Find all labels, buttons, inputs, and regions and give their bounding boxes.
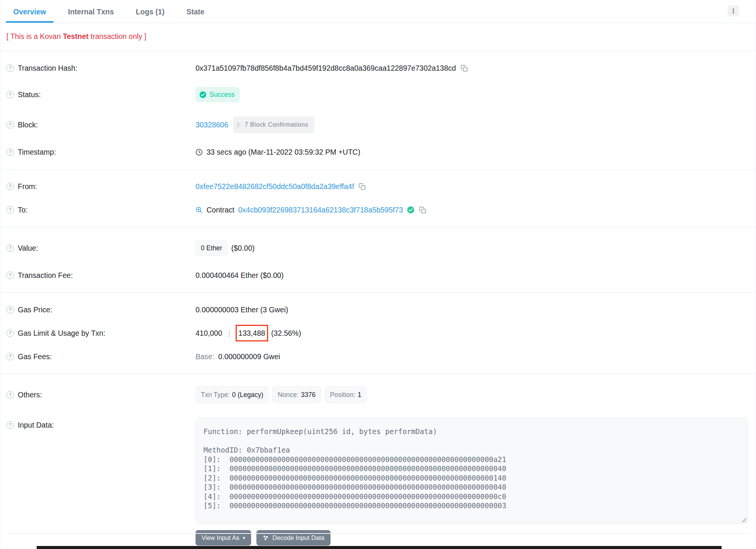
kebab-icon: ⋮ xyxy=(730,7,737,15)
block-label: Block: xyxy=(18,120,38,129)
position-key: Position: xyxy=(330,390,355,399)
help-icon[interactable]: ? xyxy=(6,421,14,429)
row-gas-limit-usage: ? Gas Limit & Usage by Txn: 410,000 | 13… xyxy=(0,321,756,345)
tab-overview[interactable]: Overview xyxy=(6,1,54,22)
section-gas: ? Gas Price: 0.000000003 Ether (3 Gwei) … xyxy=(0,292,756,374)
section-addresses: ? From: 0xfee7522e8482682cf50ddc50a0f8da… xyxy=(0,169,756,227)
gas-used-percent: (32.56%) xyxy=(271,329,301,338)
transaction-detail-page: Overview Internal Txns Logs (1) State ⋮ … xyxy=(0,0,756,549)
row-others: ? Others: Txn Type: 0 (Legacy) Nonce: 33… xyxy=(0,379,756,410)
tab-internal-txns[interactable]: Internal Txns xyxy=(61,1,121,22)
help-icon[interactable]: ? xyxy=(6,91,14,98)
txn-type-value: 0 (Legacy) xyxy=(232,390,264,399)
magnifier-plus-icon[interactable] xyxy=(196,206,203,214)
decode-label: Decode Input Data xyxy=(272,534,324,541)
from-label: From: xyxy=(18,182,37,191)
value-amount-chip: 0 Ether xyxy=(196,240,227,256)
help-icon[interactable]: ? xyxy=(6,271,14,279)
gas-limit-separator: | xyxy=(226,329,233,338)
row-block: ? Block: 30328606 7 Block Confirmations xyxy=(0,109,756,140)
verified-check-icon xyxy=(407,206,414,214)
row-from: ? From: 0xfee7522e8482682cf50ddc50a0f8da… xyxy=(0,175,756,198)
check-circle-icon xyxy=(199,91,206,98)
copy-icon[interactable] xyxy=(418,206,427,214)
copy-icon[interactable] xyxy=(460,65,469,72)
copy-icon[interactable] xyxy=(358,183,366,190)
row-status: ? Status: Success xyxy=(0,80,756,109)
nonce-chip: Nonce: 3376 xyxy=(272,386,321,403)
tab-logs[interactable]: Logs (1) xyxy=(128,1,172,22)
caret-down-icon: ▾ xyxy=(243,535,245,541)
section-value-fee: ? Value: 0 Ether ($0.00) ? Transaction F… xyxy=(0,227,756,292)
status-text: Success xyxy=(210,90,234,99)
gas-limit-value: 410,000 xyxy=(196,329,222,338)
help-icon[interactable]: ? xyxy=(6,64,14,72)
to-address-link[interactable]: 0x4cb093f226983713164a62138c3f718a5b595f… xyxy=(238,205,403,214)
notice-suffix: transaction only ] xyxy=(88,32,146,40)
row-transaction-fee: ? Transaction Fee: 0.000400464 Ether ($0… xyxy=(0,264,756,287)
value-usd: ($0.00) xyxy=(231,243,255,253)
help-icon[interactable]: ? xyxy=(6,353,14,360)
gas-price-label: Gas Price: xyxy=(18,305,52,314)
notice-bold: Testnet xyxy=(63,32,88,40)
decode-input-data-button[interactable]: Decode Input Data xyxy=(256,530,331,546)
position-chip: Position: 1 xyxy=(325,386,367,403)
block-number-link[interactable]: 30328606 xyxy=(196,120,228,129)
help-icon[interactable]: ? xyxy=(6,148,14,156)
row-gas-price: ? Gas Price: 0.000000003 Ether (3 Gwei) xyxy=(0,298,756,321)
section-overview-top: ? Transaction Hash: 0x371a51097fb78df856… xyxy=(0,51,756,169)
help-icon[interactable]: ? xyxy=(6,306,14,313)
transaction-fee-value: 0.000400464 Ether ($0.00) xyxy=(196,271,284,280)
input-data-actions: View Input As ▾ Decode Input Data xyxy=(196,530,748,546)
txn-type-key: Txn Type: xyxy=(201,390,230,399)
gas-fees-label: Gas Fees: xyxy=(18,352,52,361)
annotation-red-box: 133,488 xyxy=(236,325,269,341)
bottom-divider xyxy=(7,533,749,534)
timestamp-label: Timestamp: xyxy=(18,147,56,157)
input-data-label: Input Data: xyxy=(18,420,54,430)
help-icon[interactable]: ? xyxy=(6,244,14,252)
bottom-dark-bar xyxy=(37,546,722,549)
block-confirmations-badge: 7 Block Confirmations xyxy=(233,116,314,133)
notice-prefix: [ This is a Kovan xyxy=(6,32,63,40)
row-timestamp: ? Timestamp: 33 secs ago (Mar-11-2022 03… xyxy=(0,140,756,164)
to-label: To: xyxy=(18,205,28,214)
others-label: Others: xyxy=(18,390,42,399)
row-input-data: ? Input Data: Function: performUpkeep(ui… xyxy=(0,410,756,549)
help-icon[interactable]: ? xyxy=(6,183,14,190)
value-label: Value: xyxy=(18,243,38,253)
block-confirmations-text: 7 Block Confirmations xyxy=(245,120,308,129)
tab-bar: Overview Internal Txns Logs (1) State ⋮ xyxy=(0,0,756,23)
to-kind-text: Contract xyxy=(206,205,234,214)
help-icon[interactable]: ? xyxy=(6,121,14,129)
nonce-value: 3376 xyxy=(301,390,316,399)
gas-used-value: 133,488 xyxy=(239,329,265,337)
input-data-textarea[interactable]: Function: performUpkeep(uint256 id, byte… xyxy=(196,417,748,524)
from-address-link[interactable]: 0xfee7522e8482682cf50ddc50a0f8da2a39effa… xyxy=(196,182,354,191)
chevron-right-icon xyxy=(237,121,241,129)
section-others-input: ? Others: Txn Type: 0 (Legacy) Nonce: 33… xyxy=(0,374,756,549)
gas-price-value: 0.000000003 Ether (3 Gwei) xyxy=(196,305,288,314)
kebab-menu-button[interactable]: ⋮ xyxy=(728,5,739,17)
row-transaction-hash: ? Transaction Hash: 0x371a51097fb78df856… xyxy=(0,56,756,80)
gas-limit-label: Gas Limit & Usage by Txn: xyxy=(18,329,106,338)
tab-state[interactable]: State xyxy=(179,1,212,22)
gas-fees-base-value: 0.000000009 Gwei xyxy=(218,352,280,361)
nonce-key: Nonce: xyxy=(278,390,298,399)
transaction-fee-label: Transaction Fee: xyxy=(18,271,73,280)
view-input-as-button[interactable]: View Input As ▾ xyxy=(196,530,251,546)
help-icon[interactable]: ? xyxy=(6,391,14,399)
txn-type-chip: Txn Type: 0 (Legacy) xyxy=(196,386,269,403)
row-to: ? To: Contract 0x4cb093f226983713164a621… xyxy=(0,198,756,222)
gas-fees-base-label: Base: xyxy=(196,352,214,361)
timestamp-value: 33 secs ago (Mar-11-2022 03:59:32 PM +UT… xyxy=(206,147,360,157)
input-data-text: Function: performUpkeep(uint256 id, byte… xyxy=(203,427,740,510)
decode-icon xyxy=(262,535,269,541)
clock-icon xyxy=(196,149,203,156)
help-icon[interactable]: ? xyxy=(6,206,14,214)
position-value: 1 xyxy=(358,390,362,399)
testnet-notice: [ This is a Kovan Testnet transaction on… xyxy=(0,23,756,51)
help-icon[interactable]: ? xyxy=(6,329,14,337)
transaction-hash-value: 0x371a51097fb78df856f8b4a7bd459f192d8cc8… xyxy=(196,64,456,73)
resize-handle[interactable] xyxy=(741,517,746,522)
